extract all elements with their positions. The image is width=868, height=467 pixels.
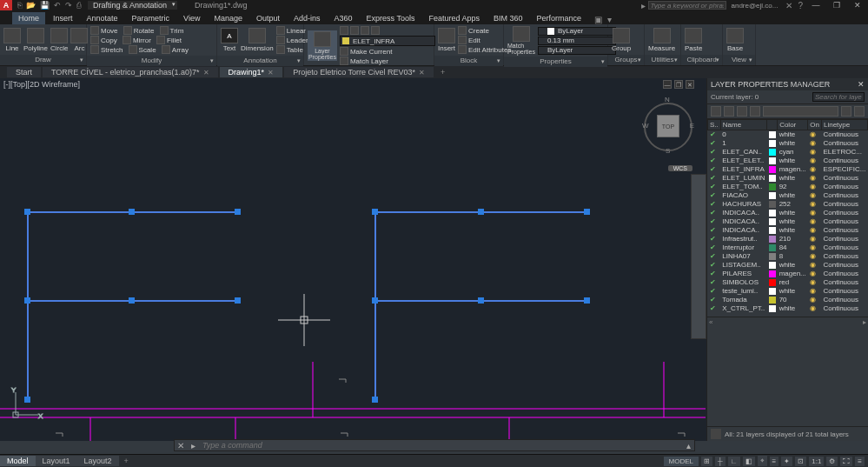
ribbon-tab-bim-360[interactable]: BIM 360 xyxy=(487,12,529,24)
lineweight-dropdown[interactable]: 0.13 mm xyxy=(538,37,616,45)
wcs-badge[interactable]: WCS xyxy=(668,165,692,171)
status-icon[interactable]: ◧ xyxy=(743,457,755,466)
layer-row[interactable]: ✔ELET_ELET..white◉Continuous❄ xyxy=(708,157,869,165)
file-tab[interactable]: Projeto Eletrico Torre Civel REV03*✕ xyxy=(284,67,434,77)
layer-linetype[interactable]: ELETROC... xyxy=(821,148,867,157)
layer-row[interactable]: ✔FIACAOwhite◉Continuous❄ xyxy=(708,191,869,200)
color-swatch[interactable] xyxy=(769,192,776,199)
layer-row[interactable]: ✔Infraestrut..210◉Continuous❄ xyxy=(708,235,869,244)
status-icon[interactable]: ✔ xyxy=(710,200,716,208)
layer-row[interactable]: ✔teste_lumi..white◉Continuous❄ xyxy=(708,287,869,296)
status-icon[interactable]: ⌖ xyxy=(758,456,767,466)
status-icon[interactable]: ✔ xyxy=(710,130,716,138)
help-icon[interactable]: ? xyxy=(798,1,803,10)
layer-name[interactable]: teste_lumi.. xyxy=(720,287,766,296)
scale-icon[interactable] xyxy=(129,45,137,54)
status-icon[interactable]: ✔ xyxy=(710,217,716,225)
layer-name[interactable]: ELET_LUMIN xyxy=(720,174,766,183)
layer-row[interactable]: ✔LISTAGEM..white◉Continuous❄ xyxy=(708,261,869,270)
edit-icon[interactable] xyxy=(458,36,467,44)
table-icon[interactable] xyxy=(276,45,285,54)
viewcube[interactable]: TOP N S E W xyxy=(642,94,694,155)
viewcube-top[interactable]: TOP xyxy=(657,115,679,137)
on-icon[interactable]: ◉ xyxy=(810,278,816,286)
file-tab[interactable]: Start xyxy=(7,67,41,77)
command-input[interactable] xyxy=(199,441,682,450)
layer-linetype[interactable]: Continuous xyxy=(821,139,867,148)
text-button[interactable]: AText xyxy=(221,28,238,52)
compass-w[interactable]: W xyxy=(642,122,649,130)
color-swatch[interactable] xyxy=(769,253,776,260)
layer-color[interactable]: 84 xyxy=(778,244,808,252)
navigation-bar[interactable] xyxy=(691,174,706,339)
color-swatch[interactable] xyxy=(769,157,776,164)
close-tab-icon[interactable]: ✕ xyxy=(203,69,209,77)
command-history-icon[interactable]: ▴ xyxy=(682,441,694,450)
status-icon[interactable]: ✔ xyxy=(710,191,716,199)
on-icon[interactable]: ◉ xyxy=(810,296,816,304)
layer-color[interactable]: 92 xyxy=(778,183,808,191)
color-swatch[interactable] xyxy=(769,270,776,277)
layout-tab-model[interactable]: Model xyxy=(0,456,36,466)
ribbon-extra-icon[interactable]: ▾ xyxy=(607,15,612,24)
ribbon-tab-view[interactable]: View xyxy=(177,12,206,24)
layer-linetype[interactable]: Continuous xyxy=(821,183,867,191)
layer-color[interactable]: white xyxy=(778,209,808,217)
filter-icon[interactable] xyxy=(711,429,721,439)
layer-color[interactable]: magen... xyxy=(778,270,808,278)
panel-title-block[interactable]: Block xyxy=(434,56,503,66)
layer-color[interactable]: 252 xyxy=(778,200,808,209)
layer-dropdown[interactable]: ELET_INFRA xyxy=(340,36,435,46)
ribbon-tab-home[interactable]: Home xyxy=(12,12,45,24)
insert-button[interactable]: Insert xyxy=(438,28,455,52)
status-icon[interactable]: ✔ xyxy=(710,183,716,190)
on-icon[interactable]: ◉ xyxy=(810,191,816,199)
color-swatch[interactable] xyxy=(769,183,776,190)
color-swatch[interactable] xyxy=(769,288,776,295)
layer-properties-button[interactable]: Layer Properties xyxy=(308,30,337,61)
layer-color[interactable]: white xyxy=(778,261,808,270)
status-icon[interactable]: ✔ xyxy=(710,139,716,147)
on-icon[interactable]: ◉ xyxy=(810,217,816,225)
layer-color[interactable]: red xyxy=(778,278,808,287)
linetype-dropdown[interactable]: ByLayer xyxy=(538,46,616,55)
layer-name[interactable]: PILARES xyxy=(720,270,766,278)
move-label[interactable]: Move xyxy=(101,27,118,35)
column-header[interactable]: Linetype xyxy=(821,120,867,130)
layer-color[interactable]: white xyxy=(778,217,808,226)
layer-name[interactable]: 0 xyxy=(720,130,766,139)
layer-row[interactable]: ✔ELET_TOM..92◉Continuous❄ xyxy=(708,183,869,191)
layer-color[interactable]: white xyxy=(778,191,808,200)
column-header[interactable]: On xyxy=(808,120,822,130)
leader-icon[interactable] xyxy=(276,36,285,44)
fillet-label[interactable]: Fillet xyxy=(167,37,182,44)
layer-row[interactable]: ✔LINHA078◉Continuous❄ xyxy=(708,252,869,261)
close-button[interactable]: ✕ xyxy=(847,1,868,10)
color-swatch[interactable] xyxy=(769,166,776,173)
color-swatch[interactable] xyxy=(769,236,776,243)
status-icon[interactable]: ✔ xyxy=(710,244,716,251)
status-icon[interactable]: ┼ xyxy=(715,457,726,466)
new-file-tab-button[interactable]: + xyxy=(435,67,450,77)
layer-linetype[interactable]: Continuous xyxy=(821,252,867,261)
stretch-label[interactable]: Stretch xyxy=(101,46,123,54)
color-swatch[interactable] xyxy=(769,131,776,138)
panel-close-icon[interactable]: ✕ xyxy=(858,80,865,89)
layer-name[interactable]: Tomada xyxy=(720,296,766,304)
panel-title-view[interactable]: View xyxy=(723,55,755,65)
layer-name[interactable]: INDICACA.. xyxy=(720,209,766,217)
layer-linetype[interactable]: Continuous xyxy=(821,244,867,252)
ribbon-tab-parametric[interactable]: Parametric xyxy=(126,12,176,24)
on-icon[interactable]: ◉ xyxy=(810,157,816,164)
layer-name[interactable]: Interruptor xyxy=(720,244,766,252)
layer-linetype[interactable]: Continuous xyxy=(821,287,867,296)
group-button[interactable]: Group xyxy=(612,28,631,52)
file-tab[interactable]: Drawing1*✕ xyxy=(220,67,283,77)
panel-title-draw[interactable]: Draw xyxy=(0,55,86,65)
status-icon[interactable]: 1:1 xyxy=(809,457,824,466)
copy-label[interactable]: Copy xyxy=(101,37,117,44)
status-icon[interactable]: ⛶ xyxy=(840,457,852,466)
close-tab-icon[interactable]: ✕ xyxy=(419,69,425,77)
ribbon-tab-a360[interactable]: A360 xyxy=(328,12,359,24)
rotate-label[interactable]: Rotate xyxy=(134,27,155,35)
